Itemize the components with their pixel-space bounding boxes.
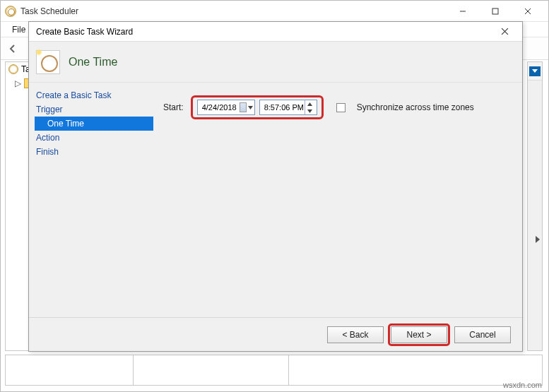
next-button[interactable]: Next > [391,326,447,343]
cancel-button[interactable]: Cancel [454,326,511,343]
spin-down-icon[interactable] [305,107,315,114]
datetime-highlight: 4/24/2018 8:57:06 PM [191,95,324,119]
wizard-nav: Create a Basic Task Trigger One Time Act… [29,83,153,317]
nav-step-one-time[interactable]: One Time [35,117,153,131]
start-row: Start: 4/24/2018 8:57:06 PM [163,95,512,119]
actions-dropdown-icon[interactable] [529,66,541,76]
watermark: wsxdn.com [503,381,542,389]
nav-step-action[interactable]: Action [35,131,153,145]
actions-header [528,62,542,81]
wizard-window-title: Create Basic Task Wizard [36,27,133,37]
nav-back-button[interactable] [5,41,20,57]
sync-checkbox[interactable] [336,103,346,112]
wizard-header-title: One Time [69,56,117,69]
scroll-right-icon[interactable] [536,236,540,243]
wizard-content: Start: 4/24/2018 8:57:06 PM [153,83,522,317]
close-button[interactable] [512,1,544,21]
app-icon [5,6,16,17]
wizard-body: Create a Basic Task Trigger One Time Act… [29,83,522,317]
start-date-value: 4/24/2018 [202,103,237,112]
wizard-footer: < Back Next > Cancel [29,317,522,351]
date-dropdown-icon[interactable] [248,106,253,109]
title-bar: Task Scheduler [1,1,548,22]
svg-rect-1 [492,8,498,14]
nav-step-trigger[interactable]: Trigger [35,102,153,117]
wizard-dialog: Create Basic Task Wizard One Time Create… [28,21,523,352]
nav-step-finish[interactable]: Finish [35,145,153,159]
clock-icon [8,64,18,74]
wizard-title-bar: Create Basic Task Wizard [29,22,522,42]
time-spinner[interactable] [305,100,315,114]
app-title: Task Scheduler [20,6,78,16]
wizard-header: One Time [29,42,522,83]
start-time-value: 8:57:06 PM [264,103,304,112]
window-controls [447,1,544,21]
calendar-icon[interactable] [240,102,247,112]
start-date-input[interactable]: 4/24/2018 [197,100,255,115]
back-button[interactable]: < Back [327,326,384,343]
nav-step-create[interactable]: Create a Basic Task [35,88,153,102]
wizard-icon [36,50,60,74]
spin-up-icon[interactable] [305,100,315,107]
start-time-input[interactable]: 8:57:06 PM [259,100,317,115]
wizard-close-button[interactable] [494,24,515,40]
sync-label: Synchronize across time zones [357,102,474,112]
expand-icon[interactable]: ▷ [14,78,21,88]
actions-pane [527,61,543,351]
minimize-button[interactable] [447,1,479,21]
bottom-pane [5,355,543,386]
start-label: Start: [163,102,184,112]
maximize-button[interactable] [479,1,512,21]
